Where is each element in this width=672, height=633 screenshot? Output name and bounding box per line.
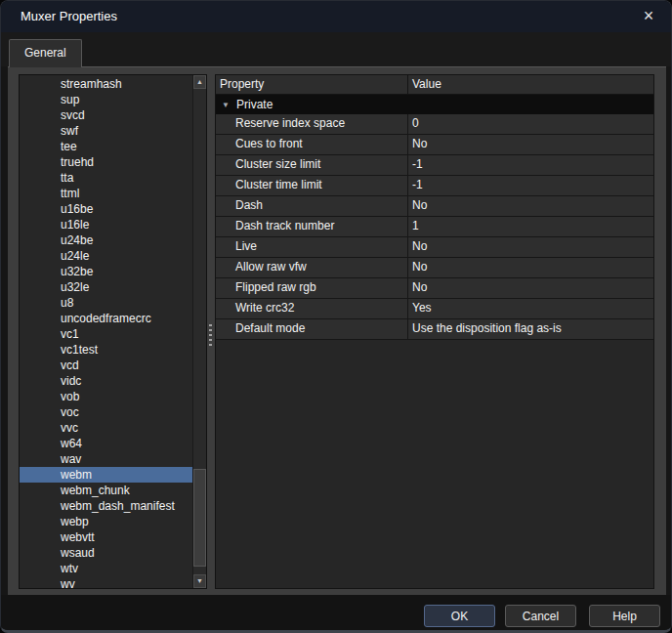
scroll-down-icon: ▼ [196,577,203,584]
list-item[interactable]: u24be [20,232,192,248]
splitter-handle[interactable] [207,74,215,589]
table-row[interactable]: Write crc32 Yes [216,299,653,319]
list-item[interactable]: u8 [20,295,192,311]
list-item[interactable]: u32le [20,279,192,295]
list-item[interactable]: sup [20,92,192,107]
dialog-button-bar: OK Cancel Help [1,595,671,631]
property-cell: Flipped raw rgb [216,278,408,298]
list-item[interactable]: webm_dash_manifest [20,498,192,514]
table-row[interactable]: Cluster size limit -1 [216,155,653,176]
list-item[interactable]: truehd [20,154,192,170]
property-cell: Dash [216,196,408,216]
list-item[interactable]: streamhash [20,76,192,92]
cancel-button[interactable]: Cancel [505,605,576,627]
list-item[interactable]: uncodedframecrc [20,311,192,326]
tab-bar: General [1,32,671,66]
muxer-list[interactable]: streamhash sup svcd swf tee truehd tta t… [19,74,207,589]
property-cell: Reserve index space [216,114,408,134]
collapse-icon: ▼ [222,96,230,115]
list-item[interactable]: webp [20,514,192,529]
property-cell: Write crc32 [216,299,408,318]
ok-button[interactable]: OK [424,605,495,627]
property-cell: Default mode [216,319,408,339]
scroll-up-button[interactable]: ▲ [193,75,206,89]
tab-general[interactable]: General [9,39,82,67]
value-cell[interactable]: No [408,135,653,154]
property-cell: Live [216,237,408,257]
table-row[interactable]: Dash No [216,196,653,217]
value-cell[interactable]: 1 [408,217,653,236]
list-item[interactable]: swf [20,123,192,139]
list-item[interactable]: tta [20,170,192,186]
property-cell: Cues to front [216,135,408,154]
value-cell[interactable]: Use the disposition flag as-is [408,319,653,339]
value-cell[interactable]: Yes [408,299,653,318]
splitter-grip-icon [209,324,212,349]
list-item[interactable]: voc [20,404,192,420]
table-row[interactable]: Reserve index space 0 [216,114,653,135]
list-item[interactable]: ttml [20,186,192,201]
value-cell[interactable]: No [408,258,653,277]
property-cell: Cluster size limit [216,155,408,175]
value-cell[interactable]: No [408,196,653,216]
column-header-property[interactable]: Property [216,75,408,94]
value-cell[interactable]: -1 [408,176,653,195]
column-header-value[interactable]: Value [408,75,653,94]
table-row[interactable]: Live No [216,237,653,258]
list-item[interactable]: vcd [20,358,192,373]
list-scrollbar[interactable]: ▲ ▼ [192,75,206,588]
property-cell: Allow raw vfw [216,258,408,277]
table-row[interactable]: Cluster time limit -1 [216,176,653,196]
scrollbar-thumb[interactable] [193,469,206,567]
list-item[interactable]: wv [20,576,192,588]
muxer-properties-dialog: Muxer Properties × General streamhash su… [0,0,672,633]
close-icon: × [644,6,654,25]
muxer-list-items: streamhash sup svcd swf tee truehd tta t… [20,76,192,588]
value-cell[interactable]: -1 [408,155,653,175]
help-button[interactable]: Help [589,605,660,627]
table-row[interactable]: Allow raw vfw No [216,258,653,278]
list-item[interactable]: wsaud [20,545,192,561]
titlebar[interactable]: Muxer Properties × [1,1,671,32]
value-cell[interactable]: No [408,278,653,298]
close-button[interactable]: × [632,1,665,32]
scroll-down-button[interactable]: ▼ [193,574,206,588]
list-item[interactable]: wav [20,451,192,467]
property-cell: Dash track number [216,217,408,236]
list-item[interactable]: vob [20,389,192,404]
list-item[interactable]: vc1test [20,342,192,358]
list-item[interactable]: u24le [20,248,192,264]
property-table: Property Value ▼ Private Reserve index s… [215,74,654,589]
value-cell[interactable]: No [408,237,653,257]
list-item[interactable]: webm [20,467,192,483]
table-header: Property Value [216,75,653,95]
scroll-up-icon: ▲ [196,78,203,85]
group-row-private[interactable]: ▼ Private [216,95,653,114]
list-item[interactable]: w64 [20,436,192,451]
list-item[interactable]: vidc [20,373,192,389]
value-cell[interactable]: 0 [408,114,653,134]
list-item[interactable]: webvtt [20,529,192,545]
list-item[interactable]: u16be [20,201,192,217]
table-row[interactable]: Dash track number 1 [216,217,653,237]
list-item[interactable]: tee [20,139,192,154]
tab-page-general: streamhash sup svcd swf tee truehd tta t… [8,66,666,595]
list-item[interactable]: u16le [20,217,192,232]
group-label: Private [236,98,273,111]
window-title: Muxer Properties [21,1,117,32]
property-cell: Cluster time limit [216,176,408,195]
list-item[interactable]: svcd [20,107,192,123]
table-row[interactable]: Flipped raw rgb No [216,278,653,299]
list-item[interactable]: wtv [20,561,192,576]
list-item[interactable]: u32be [20,264,192,279]
list-item[interactable]: webm_chunk [20,483,192,498]
list-item[interactable]: vvc [20,420,192,436]
table-row[interactable]: Default mode Use the disposition flag as… [216,319,653,340]
table-row[interactable]: Cues to front No [216,135,653,155]
list-item[interactable]: vc1 [20,326,192,342]
